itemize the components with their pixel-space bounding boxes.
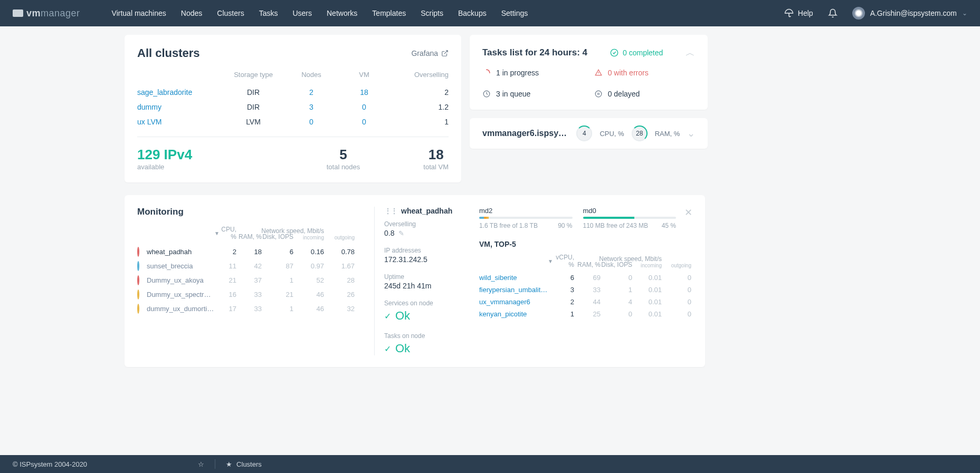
ip-address: 172.31.242.5 xyxy=(384,255,463,264)
logo-text: vmmanager xyxy=(26,8,80,19)
chevron-down-icon: ⌄ xyxy=(962,9,967,17)
disk-md0: md0 110 MB free of 243 MB45 % xyxy=(583,207,677,229)
expand-icon[interactable]: ⌄ xyxy=(687,128,695,139)
tasks-in-progress: 1 in progress xyxy=(482,69,584,77)
check-circle-icon xyxy=(610,49,619,57)
external-link-icon xyxy=(441,50,449,57)
services-status: ✓Ok xyxy=(384,309,463,323)
main-nav: Virtual machines Nodes Clusters Tasks Us… xyxy=(112,9,784,17)
vm-row: kenyan_picotite 12500.010 xyxy=(479,308,692,320)
all-clusters-card: All clusters Grafana Storage type Nodes … xyxy=(125,35,461,182)
vm-row: fierypersian_umbalite_ux 33310.010 xyxy=(479,284,692,296)
node-detail-name: wheat_padhah xyxy=(401,207,452,215)
page-content: All clusters Grafana Storage type Nodes … xyxy=(0,26,980,195)
monitoring-row[interactable]: sunset_breccia 1142870.971.67 xyxy=(137,259,365,273)
clock-icon xyxy=(483,90,490,98)
nav-networks[interactable]: Networks xyxy=(327,9,357,17)
nav-virtual-machines[interactable]: Virtual machines xyxy=(112,9,166,17)
monitoring-row[interactable]: wheat_padhah 21860.160.78 xyxy=(137,245,365,259)
tasks-completed: 0 completed xyxy=(623,49,663,57)
notifications-icon[interactable] xyxy=(828,8,838,18)
status-dot-icon xyxy=(137,289,139,300)
cluster-link[interactable]: dummy xyxy=(137,103,222,111)
tasks-title: Tasks list for 24 hours: 4 xyxy=(482,47,587,58)
tasks-errors: 0 with errors xyxy=(594,69,696,77)
all-clusters-title: All clusters xyxy=(137,46,200,60)
tasks-card: Tasks list for 24 hours: 4 0 completed ︿… xyxy=(470,35,708,110)
tasks-delayed: 0 delayed xyxy=(594,90,696,98)
help-label: Help xyxy=(798,9,813,17)
vm-table-head: ▼vCPU, % RAM, % Disk, IOPS Network speed… xyxy=(479,254,692,268)
monitoring-card: Monitoring ▼CPU, % RAM, % Disk, IOPS Net… xyxy=(125,195,705,367)
user-menu[interactable]: A.Grishin@ispsystem.com ⌄ xyxy=(852,7,967,20)
cluster-row: ux LVM LVM 0 0 1 xyxy=(137,114,449,129)
collapse-icon[interactable]: ︿ xyxy=(686,46,695,59)
app-logo[interactable]: vmmanager xyxy=(13,8,80,19)
nav-backups[interactable]: Backups xyxy=(458,9,487,17)
cluster-row: sage_labradorite DIR 2 18 2 xyxy=(137,85,449,100)
cluster-link[interactable]: ux LVM xyxy=(137,118,222,126)
vm-top5-title: VM, TOP-5 xyxy=(479,240,516,248)
spinner-icon xyxy=(483,69,490,76)
tasks-status: ✓Ok xyxy=(384,342,463,355)
node-summary-card: vmmanager6.ispsystem... 4 CPU, % 28 RAM,… xyxy=(470,118,708,149)
pause-circle-icon xyxy=(595,90,602,98)
tasks-queue: 3 in queue xyxy=(482,90,584,98)
total-vm: 18 xyxy=(423,147,449,163)
status-dot-icon xyxy=(137,275,139,285)
logo-icon xyxy=(13,9,23,17)
help-link[interactable]: Help xyxy=(784,8,813,18)
cluster-link[interactable]: sage_labradorite xyxy=(137,88,222,96)
user-email: A.Grishin@ispsystem.com xyxy=(870,9,957,17)
nav-nodes[interactable]: Nodes xyxy=(181,9,202,17)
node-summary-name: vmmanager6.ispsystem... xyxy=(482,129,569,138)
monitoring-row[interactable]: Dummy_ux_spectrolite 1633214626 xyxy=(137,287,365,302)
nav-scripts[interactable]: Scripts xyxy=(421,9,443,17)
cluster-row: dummy DIR 3 0 1.2 xyxy=(137,100,449,114)
total-nodes: 5 xyxy=(327,147,360,163)
top-navbar: vmmanager Virtual machines Nodes Cluster… xyxy=(0,0,980,26)
nav-tasks[interactable]: Tasks xyxy=(259,9,278,17)
umbrella-icon xyxy=(784,8,794,18)
grafana-link[interactable]: Grafana xyxy=(411,49,449,57)
vm-row: wild_siberite 66900.010 xyxy=(479,272,692,284)
clusters-table-head: Storage type Nodes VM Overselling xyxy=(137,71,449,79)
monitoring-title: Monitoring xyxy=(137,207,365,217)
nav-settings[interactable]: Settings xyxy=(501,9,528,17)
drag-handle-icon[interactable]: ⋮⋮ xyxy=(384,207,397,215)
status-dot-icon xyxy=(137,261,139,271)
status-dot-icon xyxy=(137,304,139,314)
status-dot-icon xyxy=(137,247,139,257)
svg-point-2 xyxy=(595,91,602,97)
disk-md2: md2 1.6 TB free of 1.8 TB90 % xyxy=(479,207,573,229)
ipv4-count: 129 IPv4 xyxy=(137,147,192,163)
nav-templates[interactable]: Templates xyxy=(372,9,406,17)
monitoring-row[interactable]: Dummy_ux_akoya 213715228 xyxy=(137,273,365,287)
ram-gauge: 28 xyxy=(632,126,648,141)
svg-point-0 xyxy=(611,49,617,56)
edit-icon[interactable]: ✎ xyxy=(398,229,404,237)
close-icon[interactable]: ✕ xyxy=(684,207,692,218)
nav-clusters[interactable]: Clusters xyxy=(217,9,244,17)
cpu-gauge: 4 xyxy=(576,126,592,141)
warning-icon xyxy=(595,69,602,76)
nav-users[interactable]: Users xyxy=(292,9,312,17)
monitoring-row[interactable]: dummy_ux_dumortier... 173314632 xyxy=(137,302,365,316)
vm-row: ux_vmmanager6 24440.010 xyxy=(479,296,692,308)
avatar xyxy=(852,7,865,20)
monitoring-table-head: ▼CPU, % RAM, % Disk, IOPS Network speed,… xyxy=(137,226,365,240)
topbar-right: Help A.Grishin@ispsystem.com ⌄ xyxy=(784,7,967,20)
uptime: 245d 21h 41m xyxy=(384,282,463,290)
clusters-summary: 129 IPv4 available 5 total nodes 18 tota… xyxy=(137,147,449,171)
